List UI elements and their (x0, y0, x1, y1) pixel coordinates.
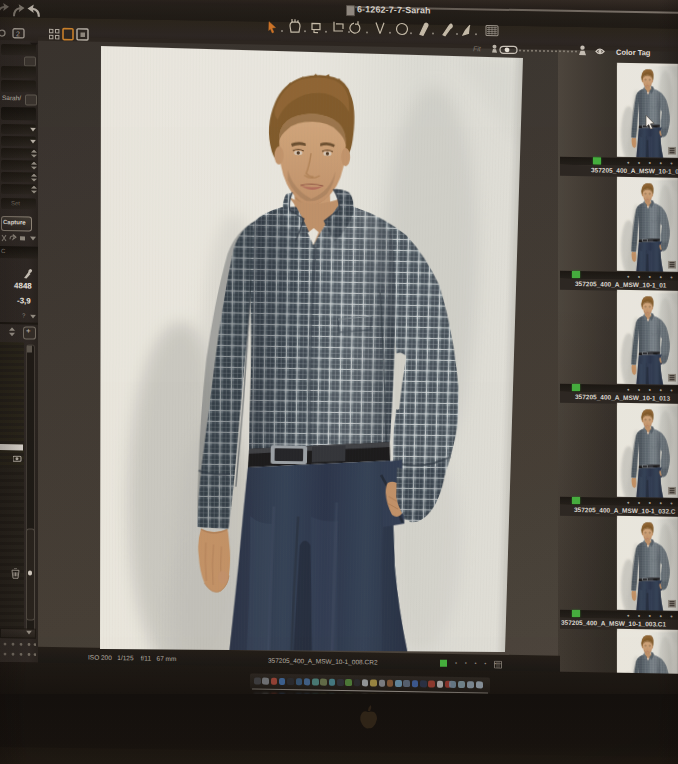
svg-text:Color Tag: Color Tag (616, 48, 651, 58)
svg-text:Fit: Fit (473, 45, 482, 52)
svg-text:2: 2 (16, 30, 20, 37)
